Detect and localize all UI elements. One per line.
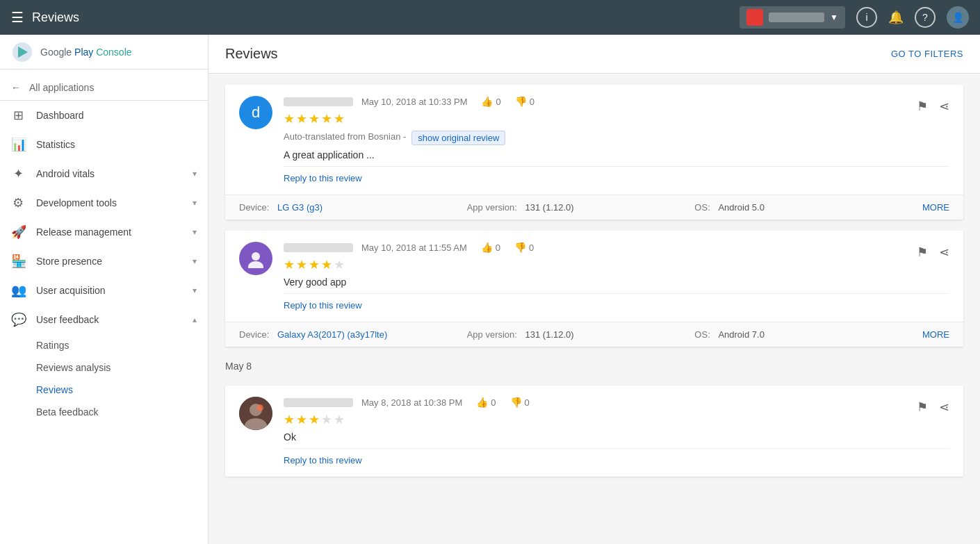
review-1-version-value: 131 (1.12.0): [525, 202, 574, 213]
review-1-translation-note: Auto-translated from Bosnian -: [284, 131, 406, 142]
beta-feedback-label: Beta feedback: [36, 406, 99, 418]
sidebar-item-dashboard-label: Dashboard: [36, 110, 197, 121]
review-card-1: d May 10, 2018 at 10:33 PM 👍 0 👎: [225, 85, 963, 220]
review-1-up-count: 0: [496, 97, 500, 107]
review-2-main: May 10, 2018 at 11:55 AM 👍 0 👎 0: [225, 231, 963, 322]
main-layout: Google Play Console ← All applications ⊞…: [0, 35, 980, 544]
back-arrow-icon: ←: [11, 82, 21, 93]
review-2-down-count: 0: [529, 242, 534, 253]
sidebar-item-dashboard[interactable]: ⊞ Dashboard: [0, 101, 208, 130]
sidebar-item-statistics[interactable]: 📊 Statistics: [0, 130, 208, 159]
topbar-left: ☰ Reviews: [11, 9, 220, 26]
review-2-flag-icon[interactable]: ⚑: [917, 245, 928, 260]
review-2-more-button[interactable]: MORE: [922, 329, 949, 340]
review-3-date: May 8, 2018 at 10:38 PM: [361, 397, 462, 408]
review-3-avatar-photo-icon: [239, 397, 272, 430]
thumbs-up-icon: 👍: [481, 96, 493, 107]
review-3-reply-link[interactable]: Reply to this review: [284, 455, 362, 465]
info-button[interactable]: i: [856, 7, 877, 28]
review-3-share-icon[interactable]: ⋖: [939, 399, 949, 415]
date-divider-may8: May 8: [225, 358, 963, 374]
review-1-device-label: Device:: [239, 202, 269, 213]
review-3-thumbs-down: 👎 0: [510, 397, 530, 408]
review-2-os-label: OS:: [694, 329, 710, 340]
back-label: All applications: [29, 82, 94, 93]
reviews-label: Reviews: [36, 384, 73, 395]
sidebar-item-development-tools-label: Development tools: [36, 197, 181, 208]
svg-point-7: [256, 404, 263, 411]
sidebar-item-development-tools[interactable]: ⚙ Development tools ▾: [0, 188, 208, 217]
review-1-os-value: Android 5.0: [718, 202, 765, 213]
review-2-up-count: 0: [496, 242, 500, 253]
review-2-device-value: Galaxy A3(2017) (a3y17lte): [277, 329, 387, 340]
sidebar-item-user-feedback-label: User feedback: [36, 314, 181, 325]
review-3-meta: May 8, 2018 at 10:38 PM 👍 0 👎 0: [284, 397, 949, 408]
sidebar-item-android-vitals[interactable]: ✦ Android vitals ▾: [0, 159, 208, 188]
statistics-icon: 📊: [11, 137, 25, 152]
release-management-chevron-icon: ▾: [193, 227, 197, 237]
review-2-version-label: App version:: [467, 329, 517, 340]
go-to-filters-button[interactable]: GO TO FILTERS: [891, 49, 963, 59]
reviewer-2-name-blurred: [284, 243, 353, 252]
user-silhouette-icon: [246, 249, 266, 268]
review-3-up-count: 0: [491, 397, 496, 408]
user-feedback-icon: 💬: [11, 312, 25, 327]
review-2-thumbs-up: 👍 0: [481, 242, 500, 253]
review-1-reply-link[interactable]: Reply to this review: [284, 173, 362, 183]
review-1-more-button[interactable]: MORE: [922, 202, 949, 213]
review-1-os-section: OS: Android 5.0: [694, 202, 922, 213]
review-2-share-icon[interactable]: ⋖: [939, 245, 949, 260]
dropdown-arrow-icon: ▼: [830, 13, 838, 22]
sidebar-item-reviews-analysis[interactable]: Reviews analysis: [0, 356, 208, 379]
user-avatar[interactable]: 👤: [947, 6, 969, 28]
menu-icon[interactable]: ☰: [11, 9, 24, 26]
google-play-logo-icon: [11, 41, 33, 63]
app-selector[interactable]: ▼: [740, 6, 845, 28]
review-2-device-section: Device: Galaxy A3(2017) (a3y17lte): [239, 329, 467, 340]
ratings-label: Ratings: [36, 340, 69, 351]
review-2-reply-link[interactable]: Reply to this review: [284, 300, 362, 311]
sidebar-item-user-acquisition-label: User acquisition: [36, 285, 181, 296]
review-1-device-section: Device: LG G3 (g3): [239, 202, 467, 213]
svg-point-3: [248, 261, 263, 268]
sidebar-item-store-presence[interactable]: 🏪 Store presence ▾: [0, 247, 208, 276]
sidebar-logo: Google Play Console: [0, 35, 208, 69]
review-2-avatar: [239, 242, 272, 275]
flag-icon[interactable]: ⚑: [917, 99, 928, 114]
review-card-1-inner: d May 10, 2018 at 10:33 PM 👍 0 👎: [225, 85, 963, 195]
user-acquisition-chevron-icon: ▾: [193, 286, 197, 295]
review-1-device-value: LG G3 (g3): [277, 202, 322, 213]
review-2-body: May 10, 2018 at 11:55 AM 👍 0 👎 0: [284, 242, 949, 311]
svg-point-2: [252, 252, 260, 261]
reviews-analysis-label: Reviews analysis: [36, 362, 111, 373]
sidebar-item-reviews[interactable]: Reviews: [0, 379, 208, 401]
topbar: ☰ Reviews ▼ i 🔔 ? 👤: [0, 0, 980, 35]
review-1-thumbs-up: 👍 0: [481, 96, 500, 107]
sidebar-item-beta-feedback[interactable]: Beta feedback: [0, 401, 208, 423]
reviews-list: d May 10, 2018 at 10:33 PM 👍 0 👎: [209, 74, 980, 488]
share-icon[interactable]: ⋖: [939, 99, 949, 114]
sidebar-item-user-acquisition[interactable]: 👥 User acquisition ▾: [0, 276, 208, 305]
development-tools-icon: ⚙: [11, 195, 25, 211]
review-2-actions: ⚑ ⋖: [917, 245, 949, 260]
review-2-text: Very good app: [284, 277, 949, 288]
back-to-all-apps[interactable]: ← All applications: [0, 75, 208, 101]
thumbs-down-3-icon: 👎: [510, 397, 522, 408]
review-3-flag-icon[interactable]: ⚑: [917, 399, 928, 415]
show-original-button[interactable]: show original review: [411, 131, 505, 145]
review-2-meta: May 10, 2018 at 11:55 AM 👍 0 👎 0: [284, 242, 949, 253]
sidebar-item-release-management[interactable]: 🚀 Release management ▾: [0, 217, 208, 247]
notifications-icon[interactable]: 🔔: [888, 10, 904, 25]
review-1-text: A great application ...: [284, 149, 949, 160]
help-button[interactable]: ?: [915, 7, 936, 28]
review-1-meta: May 10, 2018 at 10:33 PM 👍 0 👎 0: [284, 96, 949, 107]
review-1-divider: [284, 166, 949, 167]
sidebar-item-user-feedback[interactable]: 💬 User feedback ▴: [0, 305, 208, 334]
avatar-icon: 👤: [952, 12, 964, 23]
review-3-body: May 8, 2018 at 10:38 PM 👍 0 👎 0: [284, 397, 949, 465]
release-management-icon: 🚀: [11, 224, 25, 240]
android-vitals-chevron-icon: ▾: [193, 169, 197, 179]
sidebar-item-statistics-label: Statistics: [36, 139, 197, 150]
sidebar-item-ratings[interactable]: Ratings: [0, 334, 208, 356]
development-tools-chevron-icon: ▾: [193, 198, 197, 208]
